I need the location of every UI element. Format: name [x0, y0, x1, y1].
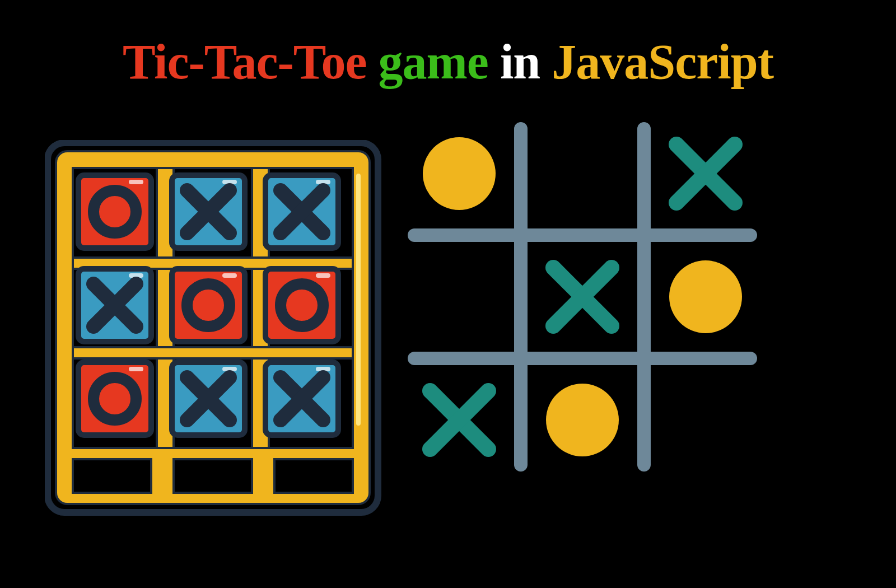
x-mark-icon — [676, 144, 735, 203]
svg-rect-11 — [129, 180, 143, 184]
svg-rect-6 — [73, 347, 353, 358]
svg-rect-9 — [274, 459, 353, 493]
title-part-1: Tic-Tac-Toe — [123, 35, 367, 89]
svg-rect-10 — [356, 174, 361, 426]
o-mark-icon — [546, 384, 619, 456]
page-title: Tic-Tac-Toe game in JavaScript — [0, 34, 896, 90]
svg-rect-22 — [316, 273, 330, 278]
svg-rect-23 — [129, 367, 143, 371]
svg-rect-21 — [222, 273, 237, 278]
title-part-2: game — [379, 35, 488, 89]
title-part-4: JavaScript — [552, 35, 773, 89]
o-mark-icon — [423, 137, 496, 210]
x-mark-icon — [430, 391, 488, 449]
left-tic-tac-toe-board — [45, 140, 386, 534]
svg-rect-8 — [174, 459, 252, 493]
svg-rect-7 — [73, 459, 151, 493]
right-tic-tac-toe-board — [398, 112, 767, 484]
x-mark-icon — [553, 268, 612, 326]
o-mark-icon — [669, 260, 742, 333]
title-part-3: in — [500, 35, 540, 89]
